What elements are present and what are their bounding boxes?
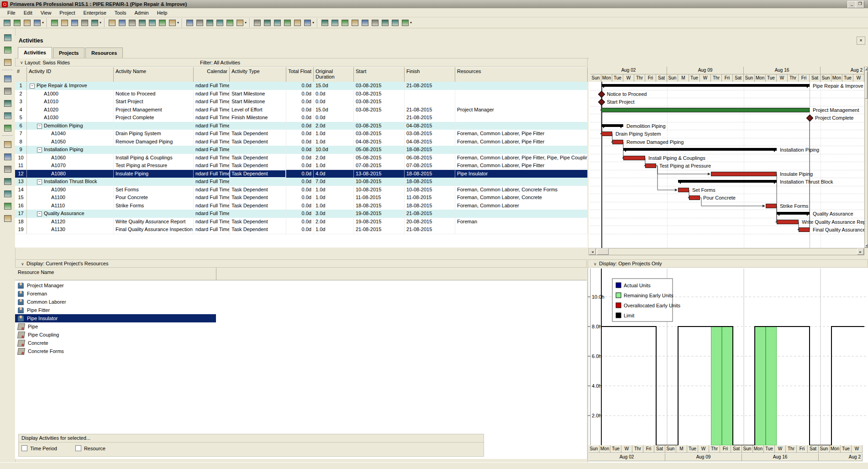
day-header[interactable]: W — [698, 445, 709, 453]
day-header[interactable]: Sat — [810, 74, 821, 82]
day-header[interactable]: Thr — [634, 74, 645, 82]
day-header[interactable]: Tue — [764, 445, 775, 453]
day-header[interactable]: Fri — [799, 74, 810, 82]
toolbar-dropdown-icon[interactable]: ▾ — [312, 21, 314, 25]
collapse-icon[interactable]: − — [30, 84, 35, 89]
task-bar[interactable] — [612, 140, 623, 144]
checkbox-time-period[interactable] — [21, 445, 27, 451]
day-header[interactable]: Fri — [643, 445, 654, 453]
menu-help[interactable]: Help — [153, 9, 171, 16]
columns-icon[interactable] — [195, 18, 204, 27]
column-divider[interactable] — [216, 268, 216, 280]
page-setup-icon[interactable] — [22, 18, 32, 27]
collapse-icon[interactable]: − — [37, 179, 42, 184]
day-header[interactable]: Fri — [722, 74, 733, 82]
table-row[interactable]: 10A1060Install Piping & Couplingsndard F… — [15, 154, 588, 162]
task-bar[interactable] — [689, 195, 700, 200]
day-header[interactable]: Tue — [766, 74, 777, 82]
day-header[interactable]: W — [777, 74, 788, 82]
day-header[interactable]: Mon — [600, 445, 610, 453]
summary-bar[interactable] — [601, 84, 810, 87]
collapse-arrow-icon[interactable] — [3, 74, 12, 83]
layout-options-icon[interactable] — [225, 18, 234, 27]
day-header[interactable]: Tue — [612, 74, 623, 82]
projects-view-icon[interactable] — [3, 86, 12, 95]
menu-enterprise[interactable]: Enterprise — [80, 9, 110, 16]
day-header[interactable]: W — [700, 74, 711, 82]
day-header[interactable]: M — [678, 74, 689, 82]
wbs-view-icon[interactable] — [3, 164, 12, 174]
column-header-calendar[interactable]: Calendar — [194, 67, 230, 82]
table-row[interactable]: 4A1020Project Managementndard Full TimeL… — [15, 106, 588, 114]
table-row[interactable]: 16A1110Strike Formsndard Full TimeTask D… — [15, 202, 588, 210]
day-header[interactable]: Mon — [755, 74, 766, 82]
group-sort-icon[interactable] — [185, 18, 194, 27]
tab-projects[interactable]: Projects — [53, 47, 84, 58]
menu-file[interactable]: File — [4, 9, 19, 16]
menu-view[interactable]: View — [37, 9, 55, 16]
day-header[interactable]: Fri — [720, 445, 731, 453]
day-header[interactable]: Mon — [831, 74, 842, 82]
scroll-down-icon[interactable]: ▼ — [865, 244, 868, 248]
day-header[interactable]: Tue — [842, 74, 853, 82]
week-header[interactable]: Aug 2 — [821, 67, 864, 74]
chevron-down-icon[interactable]: ∨ — [594, 262, 597, 266]
day-header[interactable]: Thr — [711, 74, 722, 82]
resource-row[interactable]: Project Manager — [15, 281, 587, 290]
summary-bar[interactable] — [623, 148, 777, 151]
table-row[interactable]: 17−Quality Assurancendard Full Time0.0d3… — [15, 210, 588, 218]
day-header[interactable]: Fri — [797, 445, 808, 453]
table-row[interactable]: 11A1070Test Piping at Pressurendard Full… — [15, 162, 588, 170]
restore-button[interactable]: ❐ — [856, 1, 864, 8]
toolbar-dropdown-icon[interactable]: ▾ — [410, 21, 412, 25]
day-header[interactable]: W — [852, 445, 863, 453]
day-header[interactable]: Sat — [733, 74, 744, 82]
day-header[interactable]: Sun — [667, 74, 678, 82]
toolbar-dropdown-icon[interactable]: ▾ — [100, 21, 101, 25]
table-row[interactable]: 18A1120Write Quality Assurance Reportnda… — [15, 218, 588, 226]
collapse-icon[interactable]: − — [37, 124, 42, 129]
publish-web-icon[interactable] — [390, 18, 400, 27]
zoom-window-icon[interactable] — [340, 18, 349, 27]
checkbox-resource[interactable] — [75, 445, 81, 451]
tab-resources[interactable]: Resources — [85, 47, 123, 58]
fonts-icon[interactable] — [107, 18, 116, 27]
day-header[interactable]: Sat — [654, 445, 665, 453]
chevron-down-icon[interactable]: ∨ — [20, 60, 23, 65]
import-icon[interactable] — [3, 58, 12, 67]
table-row[interactable]: 6−Demolition Pipingndard Full Time0.0d2.… — [15, 122, 588, 130]
publish-icon[interactable] — [32, 18, 42, 27]
activity-details-icon[interactable] — [253, 18, 262, 27]
level-of-effort-bar[interactable] — [601, 108, 810, 112]
column-header-resources[interactable]: Resources — [455, 67, 588, 82]
zoom-out-icon[interactable] — [330, 18, 339, 27]
scroll-thumb[interactable] — [597, 248, 609, 255]
day-header[interactable]: Sat — [731, 445, 742, 453]
gantt-chart-icon[interactable] — [147, 18, 157, 27]
day-header[interactable]: Thr — [788, 74, 799, 82]
day-header[interactable]: M — [676, 445, 687, 453]
menu-tools[interactable]: Tools — [111, 9, 130, 16]
task-bar[interactable] — [766, 204, 777, 208]
column-header-total-float[interactable]: Total Float — [286, 67, 314, 82]
resources-view-icon[interactable] — [3, 99, 12, 108]
day-header[interactable]: Sat — [808, 445, 819, 453]
progress-spotlight-icon[interactable] — [90, 18, 99, 27]
tracking-view-icon[interactable] — [3, 123, 12, 132]
day-header[interactable]: Mon — [753, 445, 764, 453]
column-header-start[interactable]: Start — [354, 67, 405, 82]
day-header[interactable]: Thr — [709, 445, 720, 453]
scroll-left-icon[interactable]: ◄ — [589, 248, 596, 255]
summary-bar[interactable] — [678, 180, 777, 183]
day-header[interactable]: Sun — [742, 445, 753, 453]
week-header[interactable]: Aug 2 — [819, 453, 863, 461]
activity-network-icon[interactable] — [158, 18, 167, 27]
split-horizontal-icon[interactable] — [350, 18, 359, 27]
gantt-timescale[interactable]: Aug 02Aug 09Aug 16Aug 2SunMonTueWThrFriS… — [589, 58, 868, 82]
table-row[interactable]: 1−Pipe Repair & Improvendard Full Time0.… — [15, 82, 588, 90]
menu-edit[interactable]: Edit — [20, 9, 36, 16]
print-preview-icon[interactable] — [12, 18, 21, 27]
resource-row[interactable]: Pipe Fitter — [15, 306, 587, 314]
close-icon[interactable]: × — [857, 37, 865, 45]
column-header-activity-name[interactable]: Activity Name — [114, 67, 194, 82]
